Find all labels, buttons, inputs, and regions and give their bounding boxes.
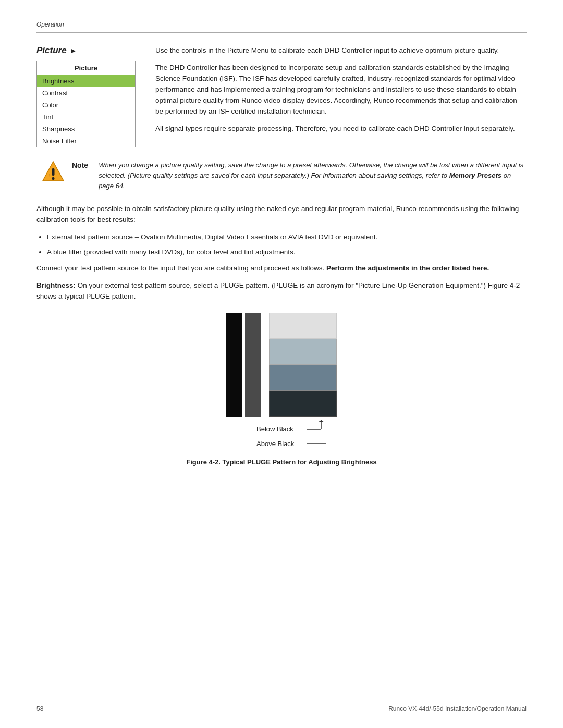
footer-manual: Runco VX-44d/-55d Installation/Operation…	[388, 705, 527, 712]
warning-icon: !	[42, 160, 65, 183]
bullet-1: External test pattern source – Ovation M…	[47, 232, 527, 243]
bar-dark-gray	[245, 313, 261, 417]
note-bold: Memory Presets	[449, 171, 501, 179]
footer: 58 Runco VX-44d/-55d Installation/Operat…	[0, 705, 563, 712]
below-black-row: Below Black	[256, 420, 338, 439]
connect-text: Connect your test pattern source to the …	[36, 263, 527, 274]
top-rule	[36, 32, 527, 33]
arrow-up-1	[318, 420, 324, 422]
gray-box-1	[269, 313, 337, 339]
pluge-labels: Below Black Above Black	[256, 420, 338, 448]
brightness-label: Brightness:	[36, 281, 76, 289]
below-black-arrow-svg	[307, 420, 338, 439]
intro-text-1: Use the controls in the Picture Menu to …	[155, 45, 527, 56]
pluge-diagram-wrapper: Below Black Above Black Figure 4-2. Typi…	[36, 313, 527, 466]
menu-item-brightness[interactable]: Brightness	[37, 75, 135, 87]
menu-item-color[interactable]: Color	[37, 99, 135, 111]
signal-text: All signal types require separate proces…	[155, 124, 527, 134]
menu-header: Picture	[37, 61, 135, 75]
picture-menu: Picture Brightness Contrast Color Tint S…	[36, 61, 136, 147]
header-label: Operation	[36, 21, 527, 28]
picture-heading-text: Picture	[36, 45, 67, 56]
calibration-intro: Although it may be possible to obtain sa…	[36, 204, 527, 226]
svg-text:!: !	[49, 173, 51, 178]
bar-black	[226, 313, 242, 417]
intro-text-2: The DHD Controller has been designed to …	[155, 63, 527, 117]
gray-box-2	[269, 339, 337, 365]
svg-rect-2	[52, 177, 55, 180]
gray-box-stack	[269, 313, 337, 417]
content-area: Picture ► Picture Brightness Contrast Co…	[36, 45, 527, 147]
menu-item-noise-filter[interactable]: Noise Filter	[37, 135, 135, 147]
left-column: Picture ► Picture Brightness Contrast Co…	[36, 45, 141, 147]
menu-item-sharpness[interactable]: Sharpness	[37, 123, 135, 135]
connect-text-bold: Perform the adjustments in the order lis…	[326, 264, 489, 272]
figure-caption-text: Figure 4-2. Typical PLUGE Pattern for Ad…	[186, 458, 377, 466]
calibration-bullets: External test pattern source – Ovation M…	[47, 232, 527, 258]
note-content: When you change a picture quality settin…	[99, 160, 527, 191]
note-box: ! Note When you change a picture quality…	[36, 160, 527, 191]
right-column: Use the controls in the Picture Menu to …	[155, 45, 527, 140]
page: Operation Picture ► Picture Brightness C…	[0, 0, 563, 513]
svg-rect-1	[52, 168, 55, 176]
pluge-inner	[226, 313, 337, 417]
above-black-row: Above Black	[256, 440, 338, 448]
footer-page: 58	[36, 705, 43, 712]
figure-caption: Figure 4-2. Typical PLUGE Pattern for Ad…	[186, 458, 377, 466]
connect-text-1: Connect your test pattern source to the …	[36, 264, 324, 272]
gray-box-4	[269, 391, 337, 417]
menu-item-tint[interactable]: Tint	[37, 111, 135, 123]
above-black-label: Above Black	[256, 440, 303, 448]
brightness-text: On your external test pattern source, se…	[36, 281, 520, 300]
below-black-label: Below Black	[256, 425, 303, 433]
above-black-arrow-svg	[307, 441, 338, 446]
bullet-2: A blue filter (provided with many test D…	[47, 247, 527, 258]
brightness-paragraph: Brightness: On your external test patter…	[36, 280, 527, 302]
picture-heading: Picture ►	[36, 45, 141, 56]
gray-box-3	[269, 365, 337, 391]
note-label-text: Note	[72, 160, 88, 169]
picture-arrow-icon: ►	[70, 46, 77, 55]
menu-item-contrast[interactable]: Contrast	[37, 87, 135, 99]
pluge-bars	[226, 313, 261, 417]
